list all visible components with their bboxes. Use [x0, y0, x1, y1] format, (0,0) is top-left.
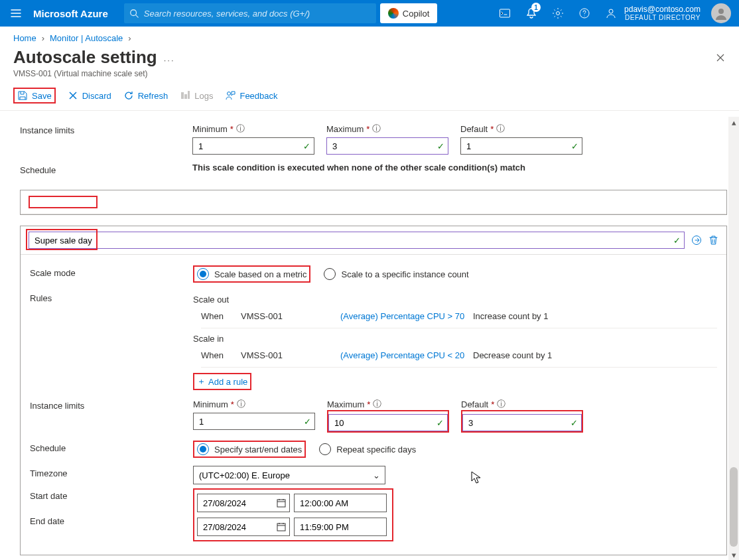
default-input[interactable]	[462, 414, 582, 431]
scrollbar-thumb[interactable]	[730, 467, 738, 547]
rules-label: Rules	[30, 291, 193, 303]
radio-repeat-days[interactable]: Repeat specific days	[319, 443, 416, 455]
page-title: Autoscale setting	[13, 47, 157, 68]
close-icon[interactable]	[715, 52, 726, 63]
schedule-label: Schedule	[20, 163, 192, 175]
user-email: pdavis@contoso.com	[624, 5, 701, 14]
global-search-input[interactable]	[144, 9, 371, 19]
info-icon[interactable]: ⓘ	[497, 398, 505, 410]
scale-in-rule: When VMSS-001 (Average) Percentage CPU <…	[201, 346, 717, 368]
copilot-label: Copilot	[403, 9, 429, 19]
maximum-input[interactable]	[328, 414, 448, 431]
info-icon[interactable]: ⓘ	[237, 398, 245, 410]
start-date-label: Start date	[30, 491, 67, 501]
copilot-button[interactable]: Copilot	[380, 3, 437, 23]
scale-out-label: Scale out	[193, 295, 717, 305]
default-field: Default * ⓘ ✓	[460, 123, 582, 155]
info-icon[interactable]: ⓘ	[496, 123, 505, 135]
default-input[interactable]	[460, 137, 582, 155]
scroll-down-icon[interactable]: ▾	[732, 549, 736, 560]
calendar-icon[interactable]	[277, 498, 286, 508]
discard-icon	[68, 90, 78, 101]
checkmark-icon: ✓	[673, 236, 681, 245]
logs-button: Logs	[180, 90, 213, 101]
scale-condition-card: ✓ Scale mode Scale based on a metric	[20, 226, 727, 555]
start-time-input[interactable]	[294, 494, 387, 512]
brand-label[interactable]: Microsoft Azure	[33, 8, 108, 19]
copilot-icon	[388, 8, 399, 19]
user-block[interactable]: pdavis@contoso.com DEFAULT DIRECTORY	[624, 5, 706, 22]
checkmark-icon: ✓	[437, 141, 444, 151]
scale-in-label: Scale in	[193, 334, 717, 344]
breadcrumb: Home › Monitor | Autoscale ›	[0, 27, 739, 43]
radio-scale-metric[interactable]: Scale based on a metric	[197, 268, 306, 280]
scale-out-rule: When VMSS-001 (Average) Percentage CPU >…	[201, 307, 717, 328]
schedule-label: Schedule	[30, 441, 193, 453]
svg-point-4	[609, 9, 613, 13]
notifications-icon[interactable]: 1	[518, 0, 545, 27]
user-avatar[interactable]	[711, 3, 731, 23]
add-scale-condition-link[interactable]: ＋ Add a scale condition	[20, 555, 123, 560]
end-date-label: End date	[30, 516, 64, 526]
add-rule-link[interactable]: ＋ Add a rule	[197, 376, 247, 387]
page-subtitle: VMSS-001 (Virtual machine scale set)	[0, 68, 739, 84]
search-icon	[129, 9, 139, 18]
settings-icon[interactable]	[545, 0, 571, 27]
info-icon[interactable]: ⓘ	[372, 123, 381, 135]
person-feedback-icon	[225, 90, 235, 101]
instance-limits-label: Instance limits	[20, 123, 192, 135]
command-bar: Save Discard Refresh Logs Feedback	[0, 84, 739, 111]
timezone-select[interactable]: (UTC+02:00) E. Europe ⌄	[193, 466, 385, 484]
refresh-button[interactable]: Refresh	[123, 90, 168, 101]
scale-condition-card	[20, 190, 727, 215]
svg-rect-1	[500, 9, 510, 17]
info-icon[interactable]: ⓘ	[373, 398, 381, 410]
scrollbar[interactable]: ▴ ▾	[728, 117, 739, 560]
checkmark-icon: ✓	[304, 417, 311, 427]
timezone-label: Timezone	[30, 466, 193, 478]
condition-name-input[interactable]	[29, 232, 685, 249]
rule-condition-link[interactable]: (Average) Percentage CPU > 70	[340, 311, 473, 321]
svg-point-5	[718, 9, 724, 14]
maximum-input[interactable]	[326, 137, 448, 155]
radio-scale-count[interactable]: Scale to a specific instance count	[324, 268, 468, 280]
svg-rect-12	[277, 524, 285, 531]
info-icon[interactable]: ⓘ	[236, 123, 245, 135]
breadcrumb-monitor[interactable]: Monitor | Autoscale	[50, 33, 123, 43]
radio-start-end-dates[interactable]: Specify start/end dates	[197, 443, 302, 455]
calendar-icon[interactable]	[277, 522, 286, 531]
checkmark-icon: ✓	[571, 418, 578, 428]
condition-name-field: ✓	[29, 232, 685, 249]
main-content: Instance limits Minimum * ⓘ ✓ Maximum * …	[0, 111, 739, 560]
svg-rect-6	[181, 92, 184, 99]
more-icon[interactable]: ···	[164, 55, 175, 65]
minimum-input[interactable]	[193, 413, 315, 430]
user-directory: DEFAULT DIRECTORY	[624, 14, 701, 22]
logs-icon	[180, 90, 190, 101]
delete-icon[interactable]	[708, 235, 718, 245]
maximum-field: Maximum * ⓘ ✓	[326, 123, 448, 155]
svg-rect-11	[277, 500, 285, 507]
open-external-icon[interactable]	[691, 235, 702, 245]
feedback-button[interactable]: Feedback	[225, 90, 277, 101]
discard-button[interactable]: Discard	[68, 90, 111, 101]
breadcrumb-home[interactable]: Home	[13, 33, 36, 43]
end-time-input[interactable]	[294, 518, 387, 536]
scroll-up-icon[interactable]: ▴	[732, 117, 736, 127]
start-date-input[interactable]	[197, 494, 290, 512]
minimum-input[interactable]	[192, 137, 314, 155]
end-date-input[interactable]	[197, 518, 290, 536]
hamburger-menu-icon[interactable]	[3, 0, 29, 27]
rule-condition-link[interactable]: (Average) Percentage CPU < 20	[340, 350, 473, 360]
cloud-shell-icon[interactable]	[492, 0, 518, 27]
refresh-icon	[123, 90, 134, 101]
help-icon[interactable]	[571, 0, 598, 27]
save-icon	[17, 90, 28, 101]
svg-point-9	[228, 92, 231, 96]
feedback-icon[interactable]	[598, 0, 624, 27]
checkmark-icon: ✓	[303, 141, 310, 151]
checkmark-icon: ✓	[437, 418, 444, 428]
save-button[interactable]: Save	[17, 90, 52, 101]
checkmark-icon: ✓	[571, 141, 578, 151]
global-search[interactable]	[124, 3, 376, 23]
